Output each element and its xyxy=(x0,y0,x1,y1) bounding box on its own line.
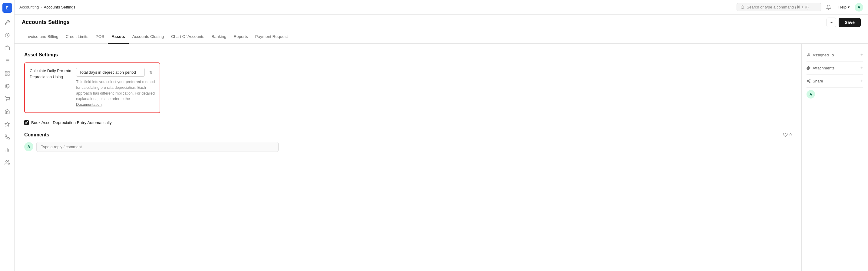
select-arrow-icon: ⇅ xyxy=(149,70,152,74)
sidebar: E xyxy=(0,0,14,271)
content-area: Asset Settings Calculate Daily Pro-rataD… xyxy=(14,44,868,271)
depreciation-select[interactable]: Total days in depreciation period Days i… xyxy=(76,68,145,77)
share-plus[interactable]: + xyxy=(861,78,863,84)
attachments-label: Attachments xyxy=(807,66,834,70)
app-icon[interactable]: E xyxy=(2,3,12,13)
svg-rect-1 xyxy=(5,47,9,50)
comment-input-row: A xyxy=(24,142,792,152)
star-icon[interactable] xyxy=(2,119,13,130)
right-panel: Assigned To + Attachments + Share + A xyxy=(801,44,868,271)
svg-line-26 xyxy=(808,81,809,82)
tab-assets[interactable]: Assets xyxy=(108,30,128,44)
search-icon xyxy=(741,5,745,9)
comment-input[interactable] xyxy=(36,142,279,152)
chart-icon[interactable] xyxy=(2,144,13,155)
heart-icon xyxy=(783,132,788,137)
comments-header: Comments 0 xyxy=(24,132,792,138)
svg-rect-10 xyxy=(7,74,9,76)
tab-credit[interactable]: Credit Limits xyxy=(62,30,92,44)
help-chevron-icon: ▾ xyxy=(848,5,850,9)
search-bar[interactable]: Search or type a command (⌘ + K) xyxy=(737,3,822,11)
asset-settings-box: Calculate Daily Pro-rataDepreciation Usi… xyxy=(24,62,160,113)
header-actions: ··· Save xyxy=(827,18,861,27)
building-icon[interactable] xyxy=(2,106,13,117)
list-icon[interactable] xyxy=(2,55,13,66)
more-button[interactable]: ··· xyxy=(827,18,836,27)
attachments-plus[interactable]: + xyxy=(861,65,863,71)
svg-line-27 xyxy=(808,80,809,81)
share-item: Share + xyxy=(807,74,863,88)
auto-depreciation-label[interactable]: Book Asset Depreciation Entry Automatica… xyxy=(31,120,112,125)
comment-user-avatar: A xyxy=(24,142,33,151)
like-count: 0 xyxy=(789,132,792,137)
documentation-link[interactable]: Documentation xyxy=(76,102,101,107)
bell-icon[interactable] xyxy=(824,2,834,12)
calculate-label: Calculate Daily Pro-rataDepreciation Usi… xyxy=(30,68,71,108)
tab-reports[interactable]: Reports xyxy=(230,30,251,44)
assigned-to-item: Assigned To + xyxy=(807,49,863,62)
share-label: Share xyxy=(807,79,823,83)
grid-icon[interactable] xyxy=(2,68,13,79)
auto-depreciation-checkbox[interactable] xyxy=(24,120,29,125)
comments-section: Comments 0 A xyxy=(24,132,792,152)
person-icon xyxy=(807,53,811,57)
topbar: Accounting › Accounts Settings Search or… xyxy=(14,0,868,14)
breadcrumb-parent[interactable]: Accounting xyxy=(20,5,39,9)
save-button[interactable]: Save xyxy=(839,18,861,27)
asset-settings-title: Asset Settings xyxy=(24,52,792,58)
auto-depreciation-row: Book Asset Depreciation Entry Automatica… xyxy=(24,120,792,125)
doc-suffix: . xyxy=(101,102,102,107)
svg-point-24 xyxy=(807,80,808,82)
svg-point-19 xyxy=(5,160,7,162)
svg-point-20 xyxy=(741,5,744,8)
box-icon[interactable] xyxy=(2,42,13,53)
phone-icon[interactable] xyxy=(2,131,13,143)
tab-closing[interactable]: Accounts Closing xyxy=(129,30,167,44)
paperclip-icon xyxy=(807,66,811,70)
tab-banking[interactable]: Banking xyxy=(208,30,230,44)
tools-icon[interactable] xyxy=(2,17,13,28)
svg-point-14 xyxy=(9,101,9,101)
depreciation-select-wrapper: Total days in depreciation period Days i… xyxy=(76,68,155,77)
assigned-to-text: Assigned To xyxy=(813,53,834,57)
comments-like[interactable]: 0 xyxy=(783,132,792,137)
main-panel: Accounting › Accounts Settings Search or… xyxy=(14,0,868,271)
clock-icon[interactable] xyxy=(2,30,13,41)
depreciation-description: This field lets you select your preferre… xyxy=(76,79,155,108)
search-placeholder: Search or type a command (⌘ + K) xyxy=(747,5,809,9)
tab-invoice[interactable]: Invoice and Billing xyxy=(22,30,62,44)
people-icon[interactable] xyxy=(2,157,13,168)
tab-payment[interactable]: Payment Request xyxy=(252,30,291,44)
attachments-item: Attachments + xyxy=(807,62,863,74)
shopping-icon[interactable] xyxy=(2,93,13,104)
svg-point-22 xyxy=(808,53,810,55)
attachments-text: Attachments xyxy=(813,66,834,70)
tab-chart[interactable]: Chart Of Accounts xyxy=(167,30,208,44)
right-panel-user-avatar: A xyxy=(807,90,815,98)
help-label: Help xyxy=(838,5,846,9)
share-icon xyxy=(807,79,811,83)
page-header: Accounts Settings ··· Save xyxy=(14,14,868,30)
breadcrumb-separator: › xyxy=(40,5,42,9)
settings-right: Total days in depreciation period Days i… xyxy=(76,68,155,108)
share-text: Share xyxy=(813,79,823,83)
svg-rect-8 xyxy=(5,71,7,73)
tabs-bar: Invoice and Billing Credit Limits POS As… xyxy=(14,30,868,44)
content-main: Asset Settings Calculate Daily Pro-rataD… xyxy=(14,44,801,271)
page-title: Accounts Settings xyxy=(22,19,70,26)
svg-point-25 xyxy=(809,82,810,83)
breadcrumb: Accounting › Accounts Settings xyxy=(20,5,75,9)
svg-rect-11 xyxy=(5,74,7,76)
user-avatar-topbar[interactable]: A xyxy=(855,3,863,11)
assigned-to-label: Assigned To xyxy=(807,53,834,57)
globe-icon[interactable] xyxy=(2,81,13,92)
breadcrumb-current: Accounts Settings xyxy=(44,5,75,9)
svg-line-21 xyxy=(744,8,744,9)
svg-rect-9 xyxy=(7,71,9,73)
svg-point-13 xyxy=(6,101,7,101)
assigned-to-plus[interactable]: + xyxy=(861,52,863,58)
help-button[interactable]: Help ▾ xyxy=(836,4,852,10)
svg-marker-15 xyxy=(5,122,9,126)
comments-title: Comments xyxy=(24,132,50,138)
tab-pos[interactable]: POS xyxy=(92,30,108,44)
